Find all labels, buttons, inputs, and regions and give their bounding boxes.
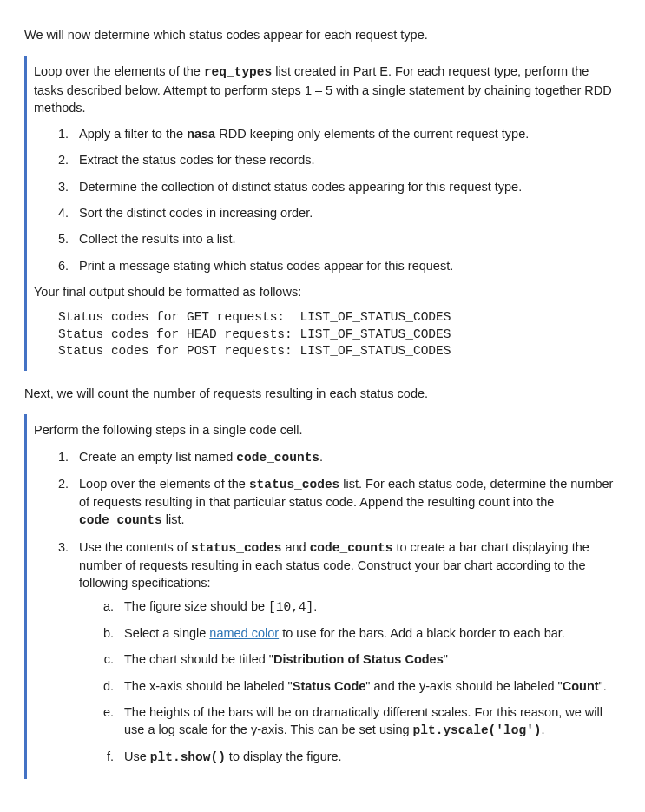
- text: Loop over the elements of the: [34, 64, 204, 78]
- code-token-status-codes: status_codes: [249, 478, 339, 492]
- step-2: Loop over the elements of the status_cod…: [72, 475, 621, 530]
- block2-substeps: The figure size should be [10,4]. Select…: [79, 597, 621, 767]
- step-3: Determine the collection of distinct sta…: [72, 178, 621, 195]
- text: Use: [124, 749, 150, 763]
- text: RDD keeping only elements of the current…: [215, 127, 529, 141]
- instruction-block-1: Loop over the elements of the req_types …: [24, 56, 621, 371]
- code-token-code-counts: code_counts: [236, 451, 319, 465]
- step-4: Sort the distinct codes in increasing or…: [72, 204, 621, 221]
- text: ".: [599, 679, 607, 693]
- substep-a: The figure size should be [10,4].: [117, 597, 621, 616]
- text: Create an empty list named: [79, 450, 236, 464]
- text: Select a single: [124, 626, 209, 640]
- intro-paragraph-2: Next, we will count the number of reques…: [24, 385, 621, 402]
- text: Use the contents of: [79, 540, 191, 554]
- text: and: [281, 540, 309, 554]
- code-token-figsize: [10,4]: [268, 600, 313, 614]
- step-6: Print a message stating which status cod…: [72, 257, 621, 274]
- step-1: Apply a filter to the nasa RDD keeping o…: [72, 125, 621, 142]
- text: " and the y-axis should be labeled ": [365, 679, 562, 693]
- ylabel-text: Count: [563, 679, 599, 693]
- intro-paragraph-1: We will now determine which status codes…: [24, 26, 621, 43]
- step-5: Collect the results into a list.: [72, 230, 621, 248]
- block2-intro: Perform the following steps in a single …: [34, 421, 621, 439]
- step-1: Create an empty list named code_counts.: [72, 448, 621, 466]
- text: The x-axis should be labeled ": [124, 679, 293, 693]
- code-token-nasa: nasa: [187, 127, 215, 141]
- block2-steps: Create an empty list named code_counts. …: [34, 448, 621, 767]
- text: .: [319, 450, 323, 464]
- substep-d: The x-axis should be labeled "Status Cod…: [117, 677, 621, 695]
- step-2: Extract the status codes for these recor…: [72, 151, 621, 168]
- text: to display the figure.: [226, 749, 342, 763]
- substep-c: The chart should be titled "Distribution…: [117, 650, 621, 668]
- text: The figure size should be: [124, 599, 268, 613]
- block1-steps: Apply a filter to the nasa RDD keeping o…: [34, 125, 621, 274]
- code-token-status-codes-2: status_codes: [191, 541, 281, 555]
- code-sample-output: Status codes for GET requests: LIST_OF_S…: [58, 309, 621, 360]
- chart-title-text: Distribution of Status Codes: [273, 652, 444, 666]
- code-token-code-counts-2: code_counts: [79, 513, 162, 527]
- block1-outro: Your final output should be formatted as…: [34, 283, 621, 300]
- link-named-color[interactable]: named color: [209, 626, 279, 640]
- text: The chart should be titled ": [124, 652, 273, 666]
- code-token-code-counts-3: code_counts: [310, 541, 393, 555]
- code-token-req-types: req_types: [204, 65, 272, 79]
- text: to use for the bars. Add a black border …: [279, 626, 565, 640]
- block1-intro: Loop over the elements of the req_types …: [34, 63, 621, 116]
- substep-b: Select a single named color to use for t…: [117, 624, 621, 642]
- xlabel-text: Status Code: [293, 679, 366, 693]
- text: .: [542, 723, 545, 736]
- text: Loop over the elements of the: [79, 477, 249, 491]
- text: .: [313, 599, 317, 613]
- step-3: Use the contents of status_codes and cod…: [72, 538, 621, 767]
- text: ": [444, 652, 448, 666]
- text: list.: [162, 512, 185, 526]
- code-token-yscale: plt.yscale('log'): [413, 723, 542, 737]
- text: Apply a filter to the: [79, 127, 187, 141]
- substep-f: Use plt.show() to display the figure.: [117, 748, 621, 766]
- substep-e: The heights of the bars will be on drama…: [117, 703, 621, 740]
- code-token-pltshow: plt.show(): [150, 750, 226, 764]
- instruction-block-2: Perform the following steps in a single …: [24, 414, 621, 778]
